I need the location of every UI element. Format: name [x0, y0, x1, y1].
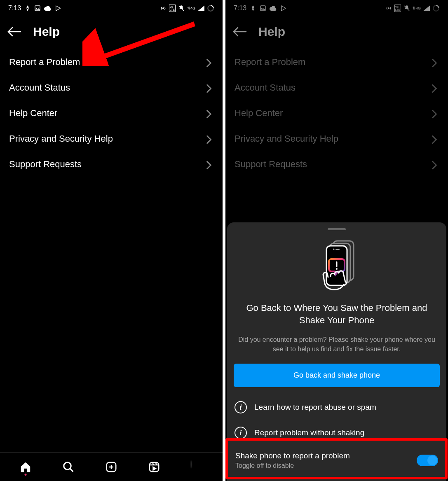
- hotspot-icon: [385, 5, 392, 12]
- row-label: Report problem without shaking: [254, 428, 364, 437]
- nav-search-icon[interactable]: [62, 461, 75, 473]
- gallery-icon: [34, 5, 41, 12]
- chevron-right-icon: [432, 135, 439, 142]
- network-icon: ⇅4G: [413, 6, 421, 10]
- shake-phone-illustration-icon: [234, 238, 440, 292]
- row-label: Learn how to report abuse or spam: [254, 403, 376, 412]
- toggle-label: Shake phone to report a problem: [235, 451, 350, 460]
- menu-label: Report a Problem: [9, 57, 80, 68]
- app-header: Help: [0, 16, 223, 49]
- network-icon: ⇅4G: [187, 6, 195, 10]
- svg-point-28: [336, 268, 338, 270]
- svg-line-8: [70, 468, 73, 472]
- carrier-icon: [250, 5, 256, 12]
- chevron-right-icon: [206, 84, 213, 91]
- menu-item-account-status[interactable]: Account Status: [8, 75, 214, 100]
- menu-item-privacy-security[interactable]: Privacy and Security Help: [234, 126, 440, 152]
- sheet-title: Go Back to Where You Saw the Problem and…: [234, 302, 440, 327]
- info-icon: i: [235, 401, 247, 413]
- mute-icon: [403, 5, 410, 12]
- menu-label: Help Center: [9, 108, 57, 119]
- cloud-icon: [270, 5, 277, 11]
- menu-item-help-center[interactable]: Help Center: [234, 100, 440, 126]
- menu-item-support-requests[interactable]: Support Requests: [8, 152, 214, 177]
- info-icon: i: [235, 427, 247, 439]
- menu-label: Account Status: [235, 82, 296, 93]
- status-bar: 7:13 VoLTE ⇅4G: [0, 0, 223, 16]
- menu-item-support-requests[interactable]: Support Requests: [234, 152, 440, 177]
- svg-point-25: [333, 248, 335, 250]
- nav-profile-avatar[interactable]: [191, 461, 203, 473]
- chevron-right-icon: [432, 58, 439, 66]
- go-back-shake-button[interactable]: Go back and shake phone: [234, 364, 440, 387]
- menu-label: Report a Problem: [235, 57, 305, 68]
- chevron-right-icon: [206, 135, 213, 142]
- cloud-icon: [44, 5, 52, 11]
- back-arrow-icon[interactable]: [233, 27, 247, 37]
- status-time: 7:13: [8, 5, 21, 12]
- hotspot-icon: [160, 5, 167, 12]
- loading-icon: [207, 5, 214, 12]
- status-time: 7:13: [234, 5, 246, 12]
- menu-list: Report a Problem Account Status Help Cen…: [0, 49, 223, 177]
- play-store-icon: [55, 5, 61, 12]
- chevron-right-icon: [432, 110, 439, 117]
- back-arrow-icon[interactable]: [7, 27, 21, 37]
- svg-point-2: [162, 8, 164, 9]
- svg-point-18: [388, 8, 389, 9]
- svg-point-7: [64, 462, 71, 469]
- volte-icon: VoLTE: [394, 5, 401, 12]
- chevron-right-icon: [206, 58, 213, 66]
- svg-rect-1: [35, 6, 40, 11]
- menu-item-account-status[interactable]: Account Status: [234, 75, 440, 100]
- menu-label: Privacy and Security Help: [9, 133, 113, 144]
- svg-rect-26: [335, 249, 340, 250]
- menu-label: Account Status: [9, 82, 70, 93]
- screenshot-right: 7:13 VoLTE ⇅4G Help Report a Problem Acc…: [225, 0, 448, 481]
- signal-icon: [198, 5, 204, 11]
- menu-list: Report a Problem Account Status Help Cen…: [225, 49, 448, 177]
- chevron-right-icon: [206, 110, 213, 117]
- gallery-icon: [260, 5, 266, 12]
- chevron-right-icon: [206, 161, 213, 168]
- bottom-sheet: Go Back to Where You Saw the Problem and…: [227, 222, 446, 481]
- menu-item-help-center[interactable]: Help Center: [8, 100, 214, 126]
- menu-label: Support Requests: [235, 159, 307, 170]
- menu-label: Privacy and Security Help: [235, 133, 338, 144]
- learn-report-abuse-row[interactable]: i Learn how to report abuse or spam: [234, 395, 440, 420]
- menu-item-privacy-security[interactable]: Privacy and Security Help: [8, 126, 214, 152]
- nav-create-icon[interactable]: [105, 461, 117, 473]
- screenshot-left: 7:13 VoLTE ⇅4G: [0, 0, 223, 481]
- menu-item-report-problem[interactable]: Report a Problem: [8, 49, 214, 75]
- svg-point-0: [27, 8, 28, 9]
- drag-handle[interactable]: [328, 228, 346, 230]
- nav-reels-icon[interactable]: [148, 461, 160, 473]
- chevron-right-icon: [432, 161, 439, 168]
- page-title: Help: [33, 25, 60, 39]
- report-without-shaking-row[interactable]: i Report problem without shaking: [234, 420, 440, 446]
- shake-toggle-switch[interactable]: [417, 455, 438, 466]
- mute-icon: [178, 5, 185, 12]
- volte-icon: VoLTE: [169, 5, 176, 12]
- menu-label: Help Center: [235, 108, 283, 119]
- page-title: Help: [258, 25, 285, 39]
- app-header: Help: [225, 16, 448, 49]
- menu-item-report-problem[interactable]: Report a Problem: [234, 49, 440, 75]
- shake-toggle-block: Shake phone to report a problem Toggle o…: [234, 446, 440, 474]
- status-bar: 7:13 VoLTE ⇅4G: [225, 0, 448, 16]
- svg-point-16: [253, 8, 254, 9]
- play-store-icon: [280, 5, 287, 12]
- carrier-icon: [24, 5, 31, 12]
- signal-icon: [423, 5, 430, 11]
- svg-rect-12: [150, 462, 159, 472]
- nav-home-icon[interactable]: [19, 461, 32, 473]
- toggle-sublabel: Toggle off to disable: [235, 462, 350, 469]
- menu-label: Support Requests: [9, 159, 82, 170]
- bottom-nav: [0, 452, 223, 481]
- chevron-right-icon: [432, 84, 439, 91]
- sheet-description: Did you encounter a problem? Please shak…: [234, 335, 440, 354]
- svg-rect-17: [260, 6, 265, 11]
- loading-icon: [432, 5, 440, 12]
